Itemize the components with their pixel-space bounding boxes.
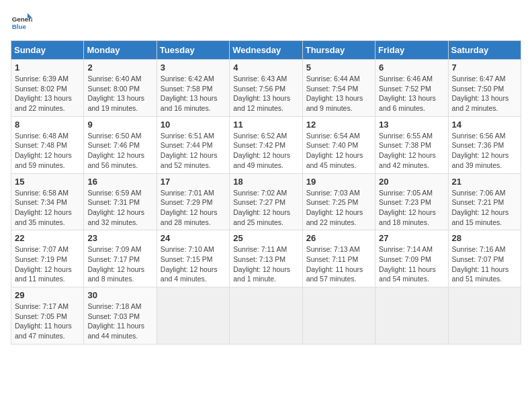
calendar-week-4: 22Sunrise: 7:07 AM Sunset: 7:19 PM Dayli…: [11, 230, 521, 287]
calendar-cell: 10Sunrise: 6:51 AM Sunset: 7:44 PM Dayli…: [157, 116, 229, 173]
day-number: 1: [15, 62, 80, 73]
weekday-header-monday: Monday: [84, 41, 157, 60]
calendar-week-5: 29Sunrise: 7:17 AM Sunset: 7:05 PM Dayli…: [11, 287, 521, 345]
day-number: 12: [306, 120, 371, 130]
calendar-cell: 2Sunrise: 6:40 AM Sunset: 8:00 PM Daylig…: [84, 60, 157, 117]
calendar-table: SundayMondayTuesdayWednesdayThursdayFrid…: [11, 40, 521, 345]
calendar-cell: [302, 287, 375, 345]
day-info: Sunrise: 6:54 AM Sunset: 7:40 PM Dayligh…: [306, 131, 371, 171]
weekday-header-friday: Friday: [375, 41, 448, 60]
day-number: 2: [87, 62, 152, 73]
day-info: Sunrise: 7:06 AM Sunset: 7:21 PM Dayligh…: [452, 188, 517, 228]
calendar-cell: 7Sunrise: 6:47 AM Sunset: 7:50 PM Daylig…: [448, 60, 521, 117]
calendar-cell: 26Sunrise: 7:13 AM Sunset: 7:11 PM Dayli…: [302, 230, 375, 287]
calendar-cell: 6Sunrise: 6:46 AM Sunset: 7:52 PM Daylig…: [375, 60, 448, 117]
day-number: 25: [233, 233, 298, 243]
calendar-cell: 3Sunrise: 6:42 AM Sunset: 7:58 PM Daylig…: [157, 60, 229, 117]
calendar-cell: 30Sunrise: 7:18 AM Sunset: 7:03 PM Dayli…: [84, 287, 157, 345]
day-info: Sunrise: 6:59 AM Sunset: 7:31 PM Dayligh…: [87, 188, 152, 228]
day-number: 23: [87, 233, 152, 243]
day-info: Sunrise: 7:01 AM Sunset: 7:29 PM Dayligh…: [161, 188, 226, 228]
day-info: Sunrise: 7:07 AM Sunset: 7:19 PM Dayligh…: [15, 244, 80, 284]
day-info: Sunrise: 7:14 AM Sunset: 7:09 PM Dayligh…: [379, 244, 444, 284]
day-info: Sunrise: 7:03 AM Sunset: 7:25 PM Dayligh…: [306, 188, 371, 228]
day-info: Sunrise: 7:11 AM Sunset: 7:13 PM Dayligh…: [233, 244, 298, 284]
calendar-cell: 11Sunrise: 6:52 AM Sunset: 7:42 PM Dayli…: [230, 116, 302, 173]
calendar-cell: 19Sunrise: 7:03 AM Sunset: 7:25 PM Dayli…: [302, 173, 375, 230]
day-number: 24: [161, 233, 226, 243]
day-info: Sunrise: 6:39 AM Sunset: 8:02 PM Dayligh…: [15, 74, 80, 113]
calendar-cell: 25Sunrise: 7:11 AM Sunset: 7:13 PM Dayli…: [230, 230, 302, 287]
day-info: Sunrise: 6:50 AM Sunset: 7:46 PM Dayligh…: [87, 131, 152, 171]
calendar-week-1: 1Sunrise: 6:39 AM Sunset: 8:02 PM Daylig…: [11, 60, 521, 117]
calendar-week-3: 15Sunrise: 6:58 AM Sunset: 7:34 PM Dayli…: [11, 173, 521, 230]
calendar-cell: [157, 287, 229, 345]
day-info: Sunrise: 7:17 AM Sunset: 7:05 PM Dayligh…: [15, 302, 80, 341]
weekday-header-sunday: Sunday: [11, 41, 84, 60]
day-number: 26: [306, 233, 371, 243]
day-number: 10: [161, 120, 226, 130]
calendar-cell: [448, 287, 521, 345]
calendar-cell: 21Sunrise: 7:06 AM Sunset: 7:21 PM Dayli…: [448, 173, 521, 230]
day-info: Sunrise: 6:47 AM Sunset: 7:50 PM Dayligh…: [452, 74, 517, 113]
day-info: Sunrise: 7:10 AM Sunset: 7:15 PM Dayligh…: [161, 244, 226, 284]
calendar-cell: 17Sunrise: 7:01 AM Sunset: 7:29 PM Dayli…: [157, 173, 229, 230]
calendar-cell: [230, 287, 302, 345]
day-number: 29: [15, 290, 80, 300]
logo-icon: General Blue: [11, 11, 32, 32]
calendar-cell: 12Sunrise: 6:54 AM Sunset: 7:40 PM Dayli…: [302, 116, 375, 173]
day-number: 18: [233, 177, 298, 187]
day-number: 20: [379, 177, 444, 187]
day-info: Sunrise: 6:44 AM Sunset: 7:54 PM Dayligh…: [306, 74, 371, 113]
day-number: 7: [452, 62, 517, 73]
day-number: 27: [379, 233, 444, 243]
calendar-week-2: 8Sunrise: 6:48 AM Sunset: 7:48 PM Daylig…: [11, 116, 521, 173]
calendar-cell: 18Sunrise: 7:02 AM Sunset: 7:27 PM Dayli…: [230, 173, 302, 230]
day-info: Sunrise: 6:56 AM Sunset: 7:36 PM Dayligh…: [452, 131, 517, 171]
day-info: Sunrise: 6:58 AM Sunset: 7:34 PM Dayligh…: [15, 188, 80, 228]
day-info: Sunrise: 6:46 AM Sunset: 7:52 PM Dayligh…: [379, 74, 444, 113]
day-number: 6: [379, 62, 444, 73]
calendar-cell: 5Sunrise: 6:44 AM Sunset: 7:54 PM Daylig…: [302, 60, 375, 117]
calendar-cell: 9Sunrise: 6:50 AM Sunset: 7:46 PM Daylig…: [84, 116, 157, 173]
day-info: Sunrise: 7:18 AM Sunset: 7:03 PM Dayligh…: [87, 302, 152, 341]
weekday-header-thursday: Thursday: [302, 41, 375, 60]
day-info: Sunrise: 6:52 AM Sunset: 7:42 PM Dayligh…: [233, 131, 298, 171]
calendar-cell: 1Sunrise: 6:39 AM Sunset: 8:02 PM Daylig…: [11, 60, 84, 117]
day-number: 8: [15, 120, 80, 130]
day-number: 5: [306, 62, 371, 73]
day-number: 3: [161, 62, 226, 73]
calendar-cell: 8Sunrise: 6:48 AM Sunset: 7:48 PM Daylig…: [11, 116, 84, 173]
day-number: 9: [87, 120, 152, 130]
calendar-cell: 29Sunrise: 7:17 AM Sunset: 7:05 PM Dayli…: [11, 287, 84, 345]
calendar-cell: 14Sunrise: 6:56 AM Sunset: 7:36 PM Dayli…: [448, 116, 521, 173]
day-number: 4: [233, 62, 298, 73]
day-info: Sunrise: 6:42 AM Sunset: 7:58 PM Dayligh…: [161, 74, 226, 113]
calendar-cell: 16Sunrise: 6:59 AM Sunset: 7:31 PM Dayli…: [84, 173, 157, 230]
day-info: Sunrise: 7:16 AM Sunset: 7:07 PM Dayligh…: [452, 244, 517, 284]
calendar-cell: 20Sunrise: 7:05 AM Sunset: 7:23 PM Dayli…: [375, 173, 448, 230]
day-info: Sunrise: 7:05 AM Sunset: 7:23 PM Dayligh…: [379, 188, 444, 228]
day-number: 13: [379, 120, 444, 130]
day-info: Sunrise: 6:40 AM Sunset: 8:00 PM Dayligh…: [87, 74, 152, 113]
day-info: Sunrise: 7:13 AM Sunset: 7:11 PM Dayligh…: [306, 244, 371, 284]
calendar-cell: 13Sunrise: 6:55 AM Sunset: 7:38 PM Dayli…: [375, 116, 448, 173]
svg-text:Blue: Blue: [12, 23, 27, 30]
day-number: 19: [306, 177, 371, 187]
day-info: Sunrise: 6:51 AM Sunset: 7:44 PM Dayligh…: [161, 131, 226, 171]
day-number: 28: [452, 233, 517, 243]
calendar-cell: 27Sunrise: 7:14 AM Sunset: 7:09 PM Dayli…: [375, 230, 448, 287]
logo: General Blue: [11, 11, 32, 32]
weekday-header-saturday: Saturday: [448, 41, 521, 60]
calendar-cell: 15Sunrise: 6:58 AM Sunset: 7:34 PM Dayli…: [11, 173, 84, 230]
day-info: Sunrise: 6:48 AM Sunset: 7:48 PM Dayligh…: [15, 131, 80, 171]
weekday-header-wednesday: Wednesday: [230, 41, 302, 60]
day-number: 14: [452, 120, 517, 130]
day-number: 15: [15, 177, 80, 187]
day-info: Sunrise: 7:02 AM Sunset: 7:27 PM Dayligh…: [233, 188, 298, 228]
day-number: 22: [15, 233, 80, 243]
day-number: 30: [87, 290, 152, 300]
calendar-cell: 28Sunrise: 7:16 AM Sunset: 7:07 PM Dayli…: [448, 230, 521, 287]
day-number: 21: [452, 177, 517, 187]
day-number: 16: [87, 177, 152, 187]
